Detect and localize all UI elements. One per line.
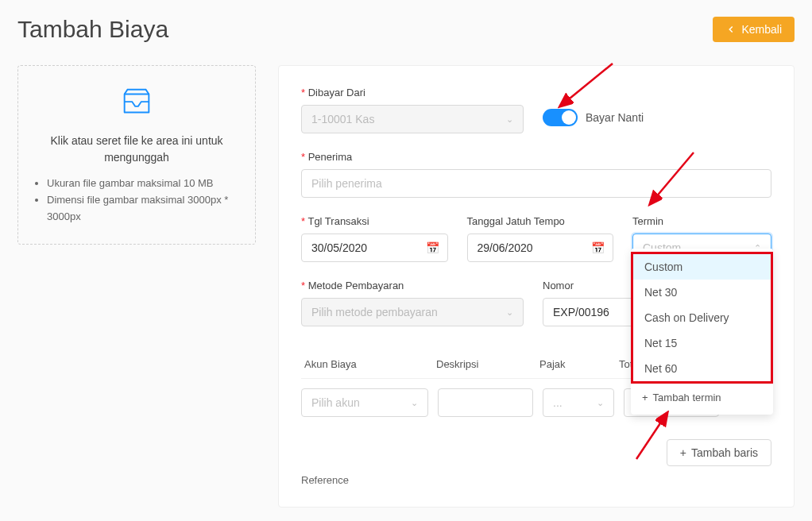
tgl-transaksi-label: Tgl Transaksi (301, 215, 448, 227)
toggle-knob (562, 110, 576, 125)
chevron-down-icon: ⌄ (506, 307, 513, 318)
back-button[interactable]: Kembali (713, 17, 795, 42)
add-row-label: Tambah baris (691, 446, 758, 459)
chevron-down-icon: ⌄ (597, 398, 604, 408)
add-termin-label: Tambah termin (653, 392, 721, 403)
termin-option-net60[interactable]: Net 60 (633, 356, 771, 381)
tgl-jatuh-tempo-value: 29/06/2020 (478, 241, 533, 254)
pajak-select[interactable]: ... ⌄ (543, 388, 614, 417)
calendar-icon: 📅 (426, 241, 439, 254)
penerima-placeholder: Pilih penerima (311, 177, 382, 190)
akun-placeholder: Pilih akun (311, 396, 360, 409)
plus-icon: + (680, 446, 686, 459)
metode-label: Metode Pembayaran (301, 280, 524, 291)
tgl-transaksi-input[interactable]: 30/05/2020 📅 (301, 233, 448, 262)
termin-option-cod[interactable]: Cash on Delivery (633, 305, 771, 330)
inbox-icon (33, 85, 241, 122)
back-button-label: Kembali (741, 23, 782, 36)
bayar-nanti-toggle[interactable] (543, 109, 578, 126)
dibayar-dari-select: 1-10001 Kas ⌄ (301, 105, 524, 133)
col-pajak: Pajak (539, 358, 619, 370)
tgl-jatuh-tempo-input[interactable]: 29/06/2020 📅 (467, 233, 614, 262)
termin-label: Termin (632, 215, 771, 227)
termin-dropdown: Custom Net 30 Cash on Delivery Net 15 Ne… (631, 249, 773, 415)
bayar-nanti-label: Bayar Nanti (586, 111, 644, 124)
plus-icon: + (642, 392, 648, 403)
col-akun-biaya: Akun Biaya (301, 358, 436, 370)
add-termin-button[interactable]: + Tambah termin (631, 384, 773, 411)
tgl-jatuh-tempo-label: Tanggal Jatuh Tempo (467, 215, 614, 227)
metode-select: Pilih metode pembayaran ⌄ (301, 298, 524, 326)
termin-option-net15[interactable]: Net 15 (633, 330, 771, 356)
pajak-placeholder: ... (553, 396, 563, 409)
col-deskripsi: Deskripsi (436, 358, 539, 370)
upload-text: Klik atau seret file ke area ini untuk m… (33, 133, 241, 166)
dibayar-dari-value: 1-10001 Kas (311, 113, 374, 125)
arrow-left-icon (725, 24, 737, 35)
termin-option-custom[interactable]: Custom (633, 254, 771, 280)
akun-select[interactable]: Pilih akun ⌄ (301, 388, 428, 417)
penerima-label: Penerima (301, 151, 771, 163)
dibayar-dari-label: Dibayar Dari (301, 87, 524, 98)
expense-form: Dibayar Dari 1-10001 Kas ⌄ Bayar Nanti P… (278, 65, 795, 507)
upload-area[interactable]: Klik atau seret file ke area ini untuk m… (17, 65, 256, 245)
add-row-button[interactable]: + Tambah baris (667, 439, 771, 466)
chevron-down-icon: ⌄ (506, 114, 513, 125)
reference-label: Reference (301, 474, 771, 486)
metode-placeholder: Pilih metode pembayaran (311, 306, 438, 318)
chevron-down-icon: ⌄ (411, 398, 418, 408)
tgl-transaksi-value: 30/05/2020 (311, 241, 367, 254)
deskripsi-input[interactable] (438, 388, 533, 417)
calendar-icon: 📅 (591, 241, 605, 254)
page-title: Tambah Biaya (17, 16, 168, 43)
termin-option-net30[interactable]: Net 30 (633, 280, 771, 305)
upload-hint-2: Dimensi file gambar maksimal 3000px * 30… (47, 192, 241, 226)
penerima-select[interactable]: Pilih penerima (301, 169, 771, 198)
upload-hint-1: Ukuran file gambar maksimal 10 MB (47, 176, 241, 192)
